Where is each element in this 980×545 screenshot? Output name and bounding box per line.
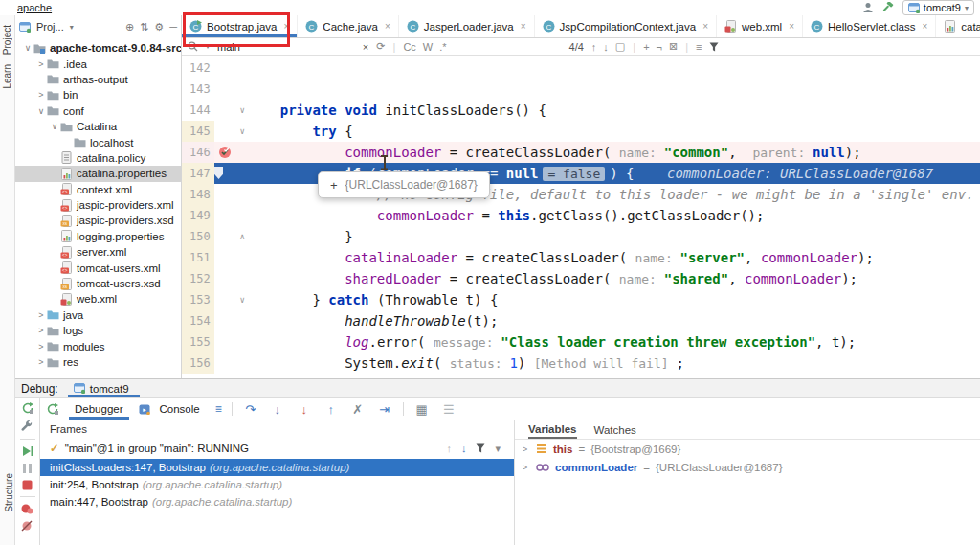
line-number[interactable]: 145: [182, 121, 214, 142]
breakpoint-icon[interactable]: [218, 146, 232, 159]
line-number[interactable]: 147: [182, 163, 214, 184]
step-out-icon[interactable]: ↑: [323, 402, 340, 417]
gutter-marker-area[interactable]: [214, 268, 248, 289]
line-number[interactable]: 152: [182, 268, 214, 289]
chevron-right-icon[interactable]: >: [36, 310, 46, 320]
tree-item-tomcat-users.xsd[interactable]: xstomcat-users.xsd: [15, 276, 181, 291]
frame-down-icon[interactable]: ↓: [461, 443, 467, 454]
close-icon[interactable]: ×: [521, 21, 526, 32]
tree-item-context.xml[interactable]: <>context.xml: [15, 182, 181, 197]
tab-catalina-properties[interactable]: catalina.properties×: [936, 15, 980, 37]
code-line-143[interactable]: 143: [182, 79, 980, 100]
expand-collapse-icon[interactable]: ⇅: [140, 21, 148, 34]
hide-panel-icon[interactable]: ─: [169, 21, 177, 33]
gutter-marker-area[interactable]: [214, 247, 248, 268]
thread-filter-icon[interactable]: [476, 443, 485, 453]
tree-item-catalina.policy[interactable]: catalina.policy: [15, 150, 181, 166]
code-line-145[interactable]: 145∨ try {: [182, 121, 980, 142]
debug-session-tab[interactable]: tomcat9: [68, 379, 140, 397]
line-number[interactable]: 146: [182, 142, 214, 163]
tree-item-server.xml[interactable]: <>server.xml: [15, 244, 181, 260]
fold-collapse-icon[interactable]: ∨: [240, 121, 245, 142]
step-over-icon[interactable]: ↷: [242, 402, 259, 417]
tree-item-jaspic-providers.xsd[interactable]: xsjaspic-providers.xsd: [15, 213, 181, 228]
stop-icon[interactable]: [22, 480, 33, 490]
tree-item-java[interactable]: >java: [15, 307, 181, 323]
search-filter-icon[interactable]: [709, 42, 719, 52]
exclude-occurrence-icon[interactable]: ¬: [657, 41, 662, 53]
stripe-button-structure[interactable]: Structure: [4, 473, 14, 512]
chevron-right-icon[interactable]: >: [36, 342, 46, 352]
variable-row[interactable]: >this={Bootstrap@1669}: [515, 440, 980, 458]
line-number[interactable]: 149: [182, 205, 214, 226]
locate-file-icon[interactable]: ⊕: [125, 21, 134, 34]
toggle-occurrence-icon[interactable]: ⊠: [669, 40, 678, 53]
expand-plus-icon[interactable]: +: [330, 178, 338, 193]
fold-collapse-icon[interactable]: ∨: [240, 289, 245, 310]
run-configuration-select[interactable]: tomcat9 ▾: [902, 0, 974, 15]
breadcrumb-item[interactable]: apache: [17, 2, 144, 13]
line-number[interactable]: 142: [182, 57, 214, 79]
tree-item-web.xml[interactable]: web.xml: [15, 291, 181, 307]
chevron-right-icon[interactable]: >: [36, 90, 46, 100]
variable-row[interactable]: >commonLoader={URLClassLoader@1687}: [515, 458, 980, 476]
layout-icon[interactable]: ≡: [215, 402, 222, 416]
code-line-155[interactable]: 155 log.error( message: "Class loader cr…: [182, 331, 980, 352]
tree-item-localhost[interactable]: localhost: [15, 134, 181, 149]
line-number[interactable]: 153: [182, 289, 214, 310]
thread-selector[interactable]: ✓ "main"@1 in group "main": RUNNING ↑↓▾: [40, 438, 514, 459]
fold-collapse-icon[interactable]: ∨: [240, 100, 245, 121]
line-number[interactable]: 151: [182, 247, 214, 268]
line-number[interactable]: 150: [182, 226, 214, 247]
fold-expand-icon[interactable]: ∧: [240, 226, 245, 247]
mute-breakpoints-icon[interactable]: [21, 520, 33, 532]
rerun-icon[interactable]: [46, 402, 59, 416]
add-occurrence-icon[interactable]: +: [643, 41, 649, 53]
view-options-icon[interactable]: ☰: [440, 402, 457, 417]
run-to-cursor-icon[interactable]: ⇥: [376, 402, 393, 417]
drop-frame-icon[interactable]: ✗: [349, 402, 367, 417]
frame-row[interactable]: main:447, Bootstrap(org.apache.catalina.…: [40, 493, 514, 511]
pause-icon[interactable]: [22, 463, 33, 474]
search-next-icon[interactable]: ↓: [603, 41, 609, 53]
close-icon[interactable]: ×: [385, 21, 390, 32]
gutter-marker-area[interactable]: ∨: [214, 289, 248, 310]
code-editor[interactable]: 142143144∨ private void initClassLoaders…: [182, 57, 980, 378]
code-line-148[interactable]: 148 // no config file, default to this l…: [182, 184, 980, 205]
gutter-marker-area[interactable]: [214, 163, 248, 184]
line-number[interactable]: 155: [182, 331, 214, 352]
gutter-marker-area[interactable]: [214, 142, 248, 163]
chevron-right-icon[interactable]: >: [523, 463, 530, 472]
close-icon[interactable]: ×: [922, 21, 927, 32]
tree-item-res[interactable]: >res: [15, 354, 181, 370]
chevron-right-icon[interactable]: >: [523, 444, 530, 454]
gutter-marker-area[interactable]: [214, 352, 248, 374]
tab-jasperloader-java[interactable]: CJasperLoader.java×: [399, 15, 535, 37]
gutter-marker-area[interactable]: [214, 184, 248, 205]
view-breakpoints-icon[interactable]: [21, 503, 33, 514]
tree-item-catalina.properties[interactable]: catalina.properties: [15, 166, 181, 181]
code-line-154[interactable]: 154 handleThrowable(t);: [182, 310, 980, 331]
line-number[interactable]: 148: [182, 184, 214, 205]
variables-tab-watches[interactable]: Watches: [594, 424, 636, 436]
search-toggle-w[interactable]: W: [423, 41, 433, 53]
settings-gear-icon[interactable]: ⚙: [154, 21, 164, 34]
search-prev-icon[interactable]: ↑: [591, 41, 597, 53]
gutter-marker-area[interactable]: [214, 205, 248, 226]
code-line-150[interactable]: 150∧ }: [182, 226, 980, 247]
gutter-marker-area[interactable]: ∧: [214, 226, 248, 247]
line-number[interactable]: 156: [182, 352, 214, 374]
select-all-occurrences-icon[interactable]: ▢: [615, 40, 625, 53]
tree-item-apache-tomcat-9.0.84-src--to[interactable]: ∨apache-tomcat-9.0.84-src [To: [15, 40, 181, 56]
frame-up-icon[interactable]: ↑: [446, 443, 452, 454]
gutter-marker-area[interactable]: [214, 310, 248, 331]
line-number[interactable]: 144: [182, 100, 214, 121]
tree-item-modules[interactable]: >modules: [15, 338, 181, 353]
close-icon[interactable]: ×: [702, 21, 708, 32]
chevron-down-icon[interactable]: ∨: [23, 43, 33, 53]
chevron-down-icon[interactable]: ∨: [36, 106, 46, 116]
search-options-icon[interactable]: ≡: [696, 41, 702, 53]
stripe-button-learn[interactable]: Learn: [2, 64, 12, 89]
tree-item-tomcat-users.xml[interactable]: <>tomcat-users.xml: [15, 260, 181, 275]
gutter-marker-area[interactable]: [214, 331, 248, 352]
